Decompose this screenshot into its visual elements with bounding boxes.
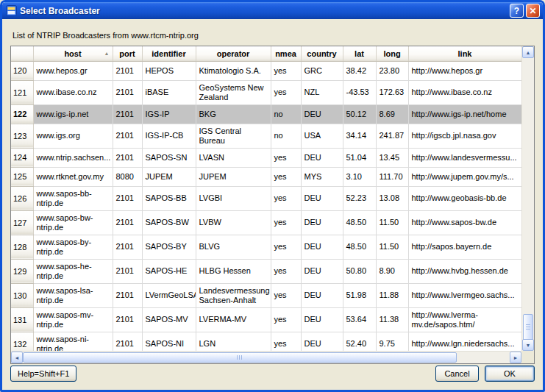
column-header-port[interactable]: port <box>113 46 142 61</box>
titlebar[interactable]: Select Broadcaster ? ✕ <box>2 2 543 19</box>
row-number[interactable]: 122 <box>11 104 33 124</box>
cell-long[interactable]: 8.69 <box>376 104 408 124</box>
titlebar-close-button[interactable]: ✕ <box>526 4 540 18</box>
cell-identifier[interactable]: SAPOS-MV <box>142 307 196 332</box>
row-number[interactable]: 124 <box>11 148 33 167</box>
cell-host[interactable]: www.rtknet.gov.my <box>33 167 113 186</box>
cell-operator[interactable]: Landesvermessung Sachsen-Anhalt <box>196 283 271 307</box>
cell-country[interactable]: DEU <box>301 307 343 332</box>
cell-operator[interactable]: LVERMA-MV <box>196 307 271 332</box>
row-number[interactable]: 123 <box>11 124 33 148</box>
row-number[interactable]: 125 <box>11 167 33 186</box>
cell-country[interactable]: DEU <box>301 283 343 307</box>
cell-host[interactable]: www.igs.org <box>33 124 113 148</box>
table-row[interactable]: 131www.sapos-mv-ntrip.de2101SAPOS-MVLVER… <box>11 307 521 332</box>
cell-identifier[interactable]: LVermGeoLSA <box>142 283 196 307</box>
cell-port[interactable]: 2101 <box>113 235 142 259</box>
horizontal-scrollbar-thumb[interactable] <box>23 352 457 363</box>
cell-port[interactable]: 2101 <box>113 104 142 124</box>
table-row[interactable]: 126www.sapos-bb-ntrip.de2101SAPOS-BBLVGB… <box>11 186 521 210</box>
cell-long[interactable]: 241.87 <box>376 124 408 148</box>
cell-nmea[interactable]: yes <box>271 61 301 80</box>
titlebar-help-button[interactable]: ? <box>510 4 524 18</box>
table-row[interactable]: 132www.sapos-ni-ntrip.de2101SAPOS-NILGNy… <box>11 332 521 351</box>
cell-nmea[interactable]: yes <box>271 332 301 351</box>
table-row[interactable]: 128www.sapos-by-ntrip.de2101SAPOS-BYBLVG… <box>11 235 521 259</box>
row-number[interactable]: 129 <box>11 259 33 283</box>
cell-identifier[interactable]: SAPOS-BW <box>142 210 196 235</box>
cell-lat[interactable]: 53.64 <box>343 307 376 332</box>
cell-nmea[interactable]: yes <box>271 259 301 283</box>
cell-identifier[interactable]: SAPOS-BY <box>142 235 196 259</box>
table-row[interactable]: 127www.sapos-bw-ntrip.de2101SAPOS-BWLVBW… <box>11 210 521 235</box>
cell-identifier[interactable]: SAPOS-SN <box>142 148 196 167</box>
cell-operator[interactable]: JUPEM <box>196 167 271 186</box>
cell-link[interactable]: http://www.lgn.niedersachs... <box>408 332 521 351</box>
cell-port[interactable]: 2101 <box>113 332 142 351</box>
cell-lat[interactable]: 50.12 <box>343 104 376 124</box>
cell-nmea[interactable]: yes <box>271 167 301 186</box>
cell-country[interactable]: USA <box>301 124 343 148</box>
cell-operator[interactable]: Ktimatologio S.A. <box>196 61 271 80</box>
row-number[interactable]: 130 <box>11 283 33 307</box>
cell-country[interactable]: GRC <box>301 61 343 80</box>
cell-host[interactable]: www.sapos-bw-ntrip.de <box>33 210 113 235</box>
cell-lat[interactable]: 50.80 <box>343 259 376 283</box>
cell-link[interactable]: http://igscb.jpl.nasa.gov <box>408 124 521 148</box>
vertical-scrollbar[interactable]: ▲ ▼ <box>521 46 534 351</box>
cell-operator[interactable]: GeoSystems New Zealand <box>196 80 271 104</box>
ok-button[interactable]: OK <box>485 366 535 382</box>
cell-operator[interactable]: LVASN <box>196 148 271 167</box>
cell-host[interactable]: www.sapos-mv-ntrip.de <box>33 307 113 332</box>
cell-nmea[interactable]: yes <box>271 210 301 235</box>
scroll-down-button[interactable]: ▼ <box>522 339 534 351</box>
column-header-nmea[interactable]: nmea <box>271 46 301 61</box>
row-number[interactable]: 128 <box>11 235 33 259</box>
cell-long[interactable]: 172.63 <box>376 80 408 104</box>
cell-lat[interactable]: 51.04 <box>343 148 376 167</box>
cell-nmea[interactable]: yes <box>271 283 301 307</box>
cell-nmea[interactable]: yes <box>271 148 301 167</box>
cell-long[interactable]: 111.70 <box>376 167 408 186</box>
cell-operator[interactable]: BKG <box>196 104 271 124</box>
column-header-link[interactable]: link <box>408 46 521 61</box>
cell-country[interactable]: DEU <box>301 210 343 235</box>
cell-operator[interactable]: BLVG <box>196 235 271 259</box>
cell-nmea[interactable]: yes <box>271 80 301 104</box>
table-row[interactable]: 122www.igs-ip.net2101IGS-IPBKGnoDEU50.12… <box>11 104 521 124</box>
row-number[interactable]: 120 <box>11 61 33 80</box>
row-number[interactable]: 121 <box>11 80 33 104</box>
cell-lat[interactable]: 34.14 <box>343 124 376 148</box>
scroll-right-button[interactable]: ► <box>510 352 521 363</box>
cell-link[interactable]: http://www.igs-ip.net/home <box>408 104 521 124</box>
cell-nmea[interactable]: no <box>271 124 301 148</box>
cell-port[interactable]: 2101 <box>113 80 142 104</box>
cell-long[interactable]: 9.75 <box>376 332 408 351</box>
cell-link[interactable]: http://www.lvermgeo.sachs... <box>408 283 521 307</box>
table-row[interactable]: 124www.ntrip.sachsen...2101SAPOS-SNLVASN… <box>11 148 521 167</box>
cell-lat[interactable]: -43.53 <box>343 80 376 104</box>
cell-link[interactable]: http://www.hvbg.hessen.de <box>408 259 521 283</box>
cell-nmea[interactable]: yes <box>271 186 301 210</box>
column-header-country[interactable]: country <box>301 46 343 61</box>
table-row[interactable]: 125www.rtknet.gov.my8080JUPEMJUPEMyesMYS… <box>11 167 521 186</box>
cell-identifier[interactable]: HEPOS <box>142 61 196 80</box>
row-number[interactable]: 131 <box>11 307 33 332</box>
cell-link[interactable]: http://www.hepos.gr <box>408 61 521 80</box>
cell-lat[interactable]: 51.98 <box>343 283 376 307</box>
table-row[interactable]: 129www.sapos-he-ntrip.de2101SAPOS-HEHLBG… <box>11 259 521 283</box>
cell-link[interactable]: http://www.lverma-mv.de/sapos.htm/ <box>408 307 521 332</box>
cell-identifier[interactable]: SAPOS-HE <box>142 259 196 283</box>
cell-port[interactable]: 2101 <box>113 283 142 307</box>
table-row[interactable]: 123www.igs.org2101IGS-IP-CBIGS Central B… <box>11 124 521 148</box>
cell-long[interactable]: 11.88 <box>376 283 408 307</box>
cell-port[interactable]: 2101 <box>113 186 142 210</box>
cell-identifier[interactable]: JUPEM <box>142 167 196 186</box>
column-header-operator[interactable]: operator <box>196 46 271 61</box>
column-header-lat[interactable]: lat <box>343 46 376 61</box>
cell-nmea[interactable]: yes <box>271 307 301 332</box>
cell-country[interactable]: DEU <box>301 259 343 283</box>
row-number[interactable]: 132 <box>11 332 33 351</box>
cell-host[interactable]: www.sapos-by-ntrip.de <box>33 235 113 259</box>
horizontal-scrollbar[interactable]: ◄ ► <box>11 351 521 363</box>
